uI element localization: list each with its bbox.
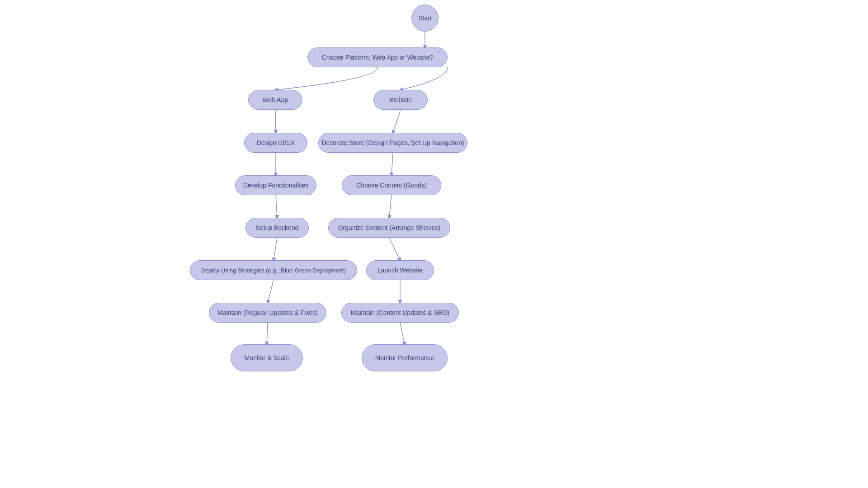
svg-line-12 (400, 323, 405, 344)
node-maintain-website: Maintain (Content Updates & SEO) (341, 303, 459, 323)
node-monitor-scale: Monitor & Scale (231, 344, 303, 371)
connectors-svg (0, 0, 868, 488)
node-organize-content: Organize Content (Arrange Shelves) (328, 218, 450, 238)
svg-line-7 (274, 238, 277, 260)
node-maintain-webapp: Maintain (Regular Updates & Fixes) (209, 303, 326, 323)
svg-line-4 (392, 153, 393, 175)
node-setup-backend: Setup Backend (245, 218, 309, 238)
node-deploy: Deploy Using Strategies (e.g., Blue-Gree… (190, 260, 357, 280)
node-launch-website: Launch Website (366, 260, 434, 280)
node-design-ui: Design UI/UX (244, 133, 307, 153)
svg-line-2 (393, 110, 401, 133)
node-choose-content: Choose Content (Goods) (342, 175, 441, 195)
svg-line-1 (275, 110, 276, 133)
svg-line-5 (276, 195, 277, 218)
svg-line-11 (267, 323, 268, 344)
node-decorate-store: Decorate Store (Design Pages, Set Up Nav… (318, 133, 467, 153)
node-develop-func: Develop Functionalities (235, 175, 316, 195)
node-start: Start (411, 5, 439, 32)
flowchart: Start Choose Platform: Web App or Websit… (0, 0, 868, 488)
svg-line-9 (268, 280, 274, 303)
svg-line-8 (389, 238, 400, 260)
node-monitor-perf: Monitor Performance (362, 344, 448, 371)
node-choose-platform: Choose Platform: Web App or Website? (307, 47, 448, 67)
svg-line-6 (389, 195, 392, 218)
node-web-app: Web App (248, 90, 302, 110)
node-website: Website (373, 90, 428, 110)
